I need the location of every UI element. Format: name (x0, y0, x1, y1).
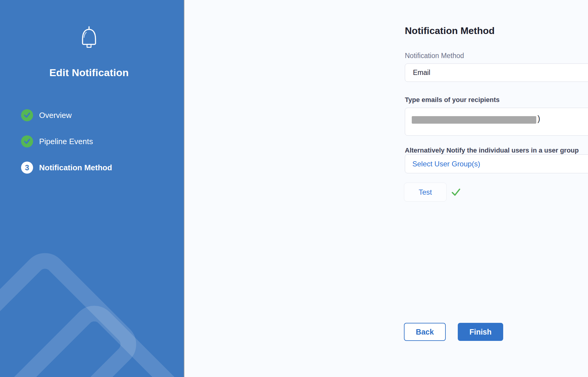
edit-notification-dialog: Edit Notification Overview Pipeline Even… (0, 0, 588, 377)
select-user-groups-label: Select User Group(s) (412, 160, 480, 168)
notification-method-label: Notification Method (405, 52, 464, 60)
notification-method-select[interactable]: Email (405, 63, 588, 82)
recipients-label: Type emails of your recipients (405, 96, 500, 104)
notification-method-value: Email (413, 69, 430, 77)
redacted-email-suffix: ) (537, 114, 540, 123)
wizard-title: Edit Notification (0, 67, 178, 79)
step-pipeline-events[interactable]: Pipeline Events (21, 135, 112, 147)
select-user-groups-button[interactable]: Select User Group(s) (405, 154, 588, 173)
check-circle-icon (21, 135, 33, 147)
recipients-textarea[interactable]: ) (405, 108, 588, 136)
step-label: Notification Method (39, 163, 112, 172)
notification-method-panel: Notification Method Notification Method … (185, 0, 588, 377)
wizard-steps: Overview Pipeline Events 3 Notification … (21, 109, 112, 188)
step-label: Pipeline Events (39, 137, 93, 146)
back-button[interactable]: Back (404, 323, 446, 341)
page-title: Notification Method (405, 25, 495, 36)
finish-button[interactable]: Finish (458, 323, 503, 341)
step-label: Overview (39, 111, 72, 120)
step-notification-method[interactable]: 3 Notification Method (21, 162, 112, 174)
green-check-icon (450, 187, 462, 199)
test-button[interactable]: Test (404, 183, 447, 202)
step-overview[interactable]: Overview (21, 109, 112, 121)
wizard-sidebar: Edit Notification Overview Pipeline Even… (0, 0, 184, 377)
check-circle-icon (21, 109, 33, 121)
redacted-email-value (412, 116, 536, 124)
step-number-badge: 3 (21, 162, 33, 174)
notification-bell-icon (0, 26, 178, 51)
